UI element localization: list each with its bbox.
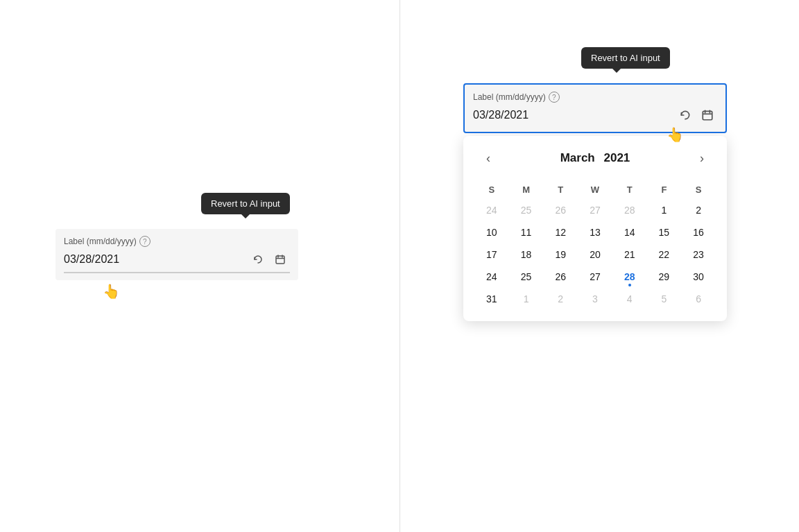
calendar-day-3-1[interactable]: 25 (509, 266, 544, 288)
left-date-value: 03/28/2021 (64, 253, 119, 266)
calendar-day-1-1[interactable]: 11 (509, 221, 544, 243)
panel-divider (400, 0, 400, 532)
calendar-day-1-5[interactable]: 15 (647, 221, 682, 243)
calendar-day-2-1[interactable]: 18 (509, 243, 544, 266)
left-date-field: Label (mm/dd/yyyy) ? 03/28/2021 (55, 229, 298, 280)
calendar-day-2-2[interactable]: 19 (543, 243, 578, 266)
calendar-day-0-1[interactable]: 25 (509, 199, 544, 221)
calendar-day-2-5[interactable]: 22 (647, 243, 682, 266)
right-date-field: Label (mm/dd/yyyy) ? 03/28/2021 (463, 83, 727, 133)
left-date-field-panel: Revert to AI input Label (mm/dd/yyyy) ? … (55, 229, 298, 280)
right-calendar-icon (701, 109, 714, 121)
calendar-day-1-3[interactable]: 13 (578, 221, 612, 243)
right-revert-button[interactable] (676, 105, 695, 125)
day-header-s2: S (681, 180, 716, 199)
calendar-day-0-5[interactable]: 1 (647, 199, 682, 221)
calendar-day-4-5[interactable]: 5 (647, 288, 682, 310)
right-date-value: 03/28/2021 (473, 109, 529, 121)
right-field-label: Label (mm/dd/yyyy) ? (473, 92, 717, 103)
calendar-day-4-3[interactable]: 3 (578, 288, 612, 310)
calendar-day-4-2[interactable]: 2 (543, 288, 578, 310)
calendar-popup: ‹ March 2021 › S M T W T F S (463, 136, 727, 321)
right-date-input-container: Revert to AI input Label (mm/dd/yyyy) ? … (463, 83, 727, 321)
left-help-icon[interactable]: ? (139, 236, 151, 247)
calendar-year: 2021 (603, 151, 630, 164)
right-date-field-panel: Revert to AI input Label (mm/dd/yyyy) ? … (463, 83, 727, 321)
calendar-prev-button[interactable]: ‹ (477, 147, 499, 169)
day-header-w: W (578, 180, 612, 199)
day-header-t2: T (612, 180, 647, 199)
right-help-icon[interactable]: ? (549, 92, 560, 103)
calendar-grid: S M T W T F S 24252627281210111213141516… (474, 180, 716, 310)
calendar-day-2-6[interactable]: 23 (681, 243, 716, 266)
left-cursor: 👆 (103, 283, 120, 300)
calendar-day-headers: S M T W T F S (474, 180, 716, 199)
calendar-day-2-4[interactable]: 21 (612, 243, 647, 266)
left-calendar-icon (275, 254, 286, 265)
calendar-day-1-4[interactable]: 14 (612, 221, 647, 243)
calendar-day-3-0[interactable]: 24 (474, 266, 509, 288)
calendar-month: March (560, 151, 595, 164)
calendar-week-2: 17181920212223 (474, 243, 716, 266)
calendar-week-1: 10111213141516 (474, 221, 716, 243)
calendar-week-4: 31123456 (474, 288, 716, 310)
svg-rect-4 (703, 111, 712, 119)
calendar-day-4-0[interactable]: 31 (474, 288, 509, 310)
calendar-day-3-6[interactable]: 30 (681, 266, 716, 288)
calendar-day-1-2[interactable]: 12 (543, 221, 578, 243)
calendar-header: ‹ March 2021 › (474, 147, 716, 169)
svg-rect-0 (276, 256, 284, 264)
day-header-f: F (647, 180, 682, 199)
calendar-day-0-3[interactable]: 27 (578, 199, 612, 221)
right-revert-icon (679, 109, 691, 121)
calendar-body: 2425262728121011121314151617181920212223… (474, 199, 716, 310)
calendar-day-0-4[interactable]: 28 (612, 199, 647, 221)
calendar-month-year: March 2021 (558, 151, 633, 165)
right-calendar-button[interactable] (698, 105, 717, 125)
calendar-day-1-0[interactable]: 10 (474, 221, 509, 243)
left-revert-button[interactable] (248, 250, 268, 269)
left-field-label: Label (mm/dd/yyyy) ? (64, 236, 290, 247)
left-calendar-button[interactable] (270, 250, 290, 269)
calendar-day-0-6[interactable]: 2 (681, 199, 716, 221)
calendar-day-4-4[interactable]: 4 (612, 288, 647, 310)
calendar-next-button[interactable]: › (691, 147, 713, 169)
right-tooltip: Revert to AI input (581, 47, 670, 69)
calendar-day-2-3[interactable]: 20 (578, 243, 612, 266)
left-tooltip: Revert to AI input (201, 193, 290, 214)
left-date-input-container: Revert to AI input Label (mm/dd/yyyy) ? … (55, 229, 298, 280)
calendar-day-0-2[interactable]: 26 (543, 199, 578, 221)
calendar-week-0: 242526272812 (474, 199, 716, 221)
calendar-day-2-0[interactable]: 17 (474, 243, 509, 266)
calendar-day-3-3[interactable]: 27 (578, 266, 612, 288)
right-date-value-row: 03/28/2021 (473, 105, 717, 125)
left-date-value-row: 03/28/2021 (64, 250, 290, 269)
left-field-actions (248, 250, 290, 269)
day-header-t1: T (543, 180, 578, 199)
day-header-s1: S (474, 180, 509, 199)
right-field-actions (676, 105, 717, 125)
calendar-day-4-1[interactable]: 1 (509, 288, 544, 310)
calendar-day-4-6[interactable]: 6 (681, 288, 716, 310)
calendar-day-3-4[interactable]: 28 (612, 266, 647, 288)
day-header-m: M (509, 180, 544, 199)
left-field-underline (64, 272, 290, 273)
calendar-day-3-5[interactable]: 29 (647, 266, 682, 288)
left-revert-icon (252, 254, 264, 265)
calendar-day-1-6[interactable]: 16 (681, 221, 716, 243)
calendar-week-3: 24252627282930 (474, 266, 716, 288)
calendar-day-3-2[interactable]: 26 (543, 266, 578, 288)
calendar-day-0-0[interactable]: 24 (474, 199, 509, 221)
